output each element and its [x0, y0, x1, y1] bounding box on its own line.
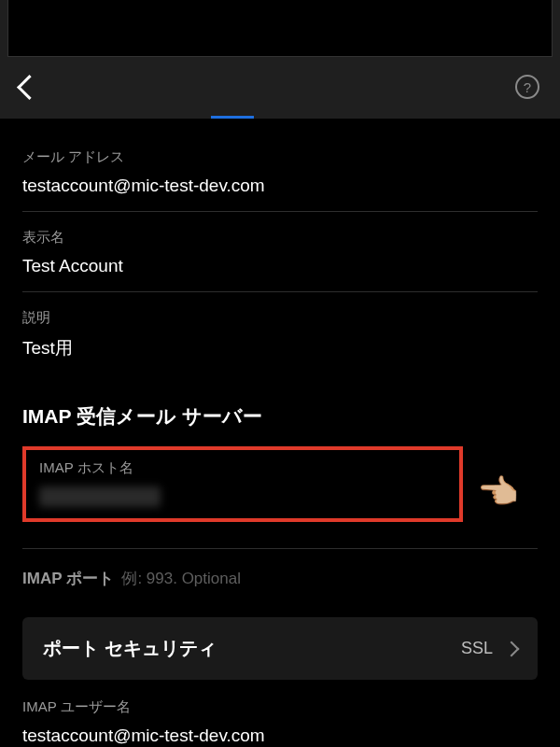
- imap-user-label: IMAP ユーザー名: [22, 698, 538, 716]
- imap-port-label: IMAP ポート: [22, 570, 114, 587]
- email-value[interactable]: testaccount@mic-test-dev.com: [22, 176, 538, 212]
- display-name-label: 表示名: [22, 229, 538, 247]
- port-security-row[interactable]: ポート セキュリティ SSL: [22, 617, 538, 680]
- description-label: 説明: [22, 309, 538, 327]
- imap-user-value[interactable]: testaccount@mic-test-dev.com: [22, 726, 538, 746]
- divider: [22, 548, 538, 549]
- settings-content: メール アドレス testaccount@mic-test-dev.com 表示…: [0, 119, 560, 747]
- imap-section-title: IMAP 受信メール サーバー: [22, 403, 538, 430]
- imap-host-highlight: IMAP ホスト名 👈🏼: [22, 446, 463, 522]
- chevron-right-icon: [504, 641, 520, 656]
- imap-port-field[interactable]: IMAP ポート 例: 993. Optional: [22, 568, 538, 589]
- port-security-label: ポート セキュリティ: [43, 636, 217, 661]
- help-icon[interactable]: ?: [515, 75, 539, 99]
- pointing-hand-icon: 👈🏼: [477, 472, 519, 512]
- back-icon[interactable]: [17, 75, 42, 100]
- display-name-value[interactable]: Test Account: [22, 256, 538, 292]
- nav-bar: ?: [0, 57, 560, 117]
- imap-host-label: IMAP ホスト名: [39, 459, 446, 477]
- imap-host-value-blurred[interactable]: [39, 486, 161, 507]
- port-security-value: SSL: [461, 639, 493, 658]
- app-preview-frame: [7, 0, 553, 57]
- description-value[interactable]: Test用: [22, 336, 538, 374]
- imap-port-hint: 例: 993. Optional: [121, 570, 241, 587]
- email-label: メール アドレス: [22, 148, 538, 166]
